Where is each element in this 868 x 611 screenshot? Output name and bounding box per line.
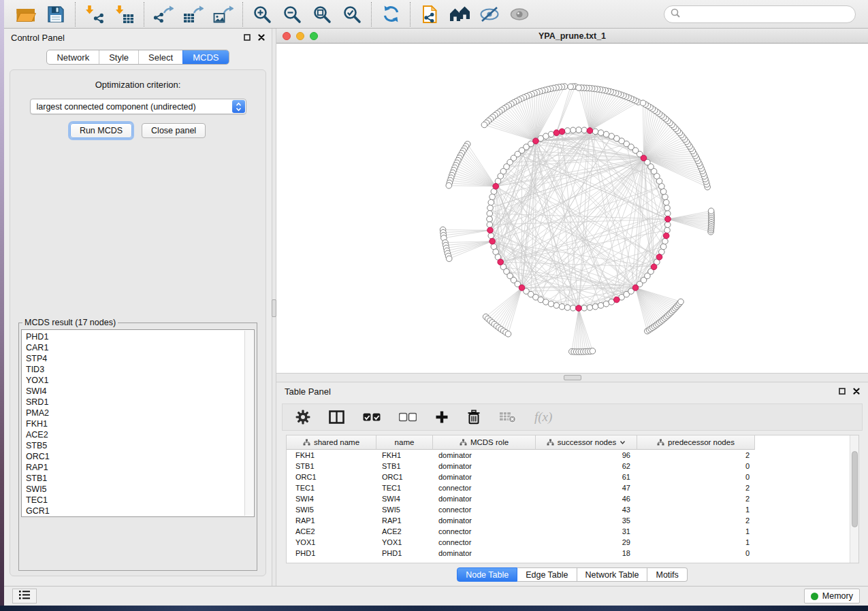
network-canvas[interactable] xyxy=(276,44,868,373)
table-row[interactable]: YOX1YOX1connector291 xyxy=(287,537,858,548)
task-history-button[interactable] xyxy=(12,589,37,604)
mcds-result-list[interactable]: PHD1CAR1STP4TID3YOX1SWI4SRD1PMA2FKH1ACE2… xyxy=(21,329,255,517)
mcds-result-item[interactable]: PMA2 xyxy=(22,408,254,418)
table-scrollbar[interactable] xyxy=(850,435,858,563)
cell-name: FKH1 xyxy=(376,451,433,459)
export-network-icon[interactable] xyxy=(152,3,174,24)
select-all-icon[interactable] xyxy=(363,412,381,422)
cell-mcds-role: connector xyxy=(433,538,536,546)
float-icon[interactable] xyxy=(839,385,846,397)
table-row[interactable]: ORC1ORC1dominator610 xyxy=(287,472,858,482)
mcds-result-item[interactable]: GCR1 xyxy=(22,506,254,516)
application-window: Control Panel NetworkStyleSelectMCDS Opt… xyxy=(4,0,868,606)
column-header-name[interactable]: name xyxy=(376,435,433,450)
close-icon[interactable] xyxy=(258,31,265,44)
tab-network-table[interactable]: Network Table xyxy=(577,567,648,582)
export-table-icon[interactable] xyxy=(182,3,204,24)
vertical-splitter-handle[interactable] xyxy=(272,299,276,317)
cell-mcds-role: connector xyxy=(433,527,536,535)
add-row-icon[interactable] xyxy=(435,410,449,424)
tab-node-table[interactable]: Node Table xyxy=(457,567,517,582)
tab-mcds[interactable]: MCDS xyxy=(182,50,228,64)
tab-network[interactable]: Network xyxy=(47,50,99,64)
column-header-shared-name[interactable]: shared name xyxy=(287,435,376,450)
mcds-result-item[interactable]: STB1 xyxy=(22,473,254,484)
hide-selected-icon[interactable] xyxy=(479,3,500,24)
memory-button[interactable]: Memory xyxy=(804,589,860,604)
table-row[interactable]: ACE2ACE2connector311 xyxy=(287,526,858,537)
cell-mcds-role: dominator xyxy=(433,549,536,557)
cell-shared-name: RAP1 xyxy=(287,516,376,525)
column-header-predecessor-nodes[interactable]: predecessor nodes xyxy=(637,435,755,450)
column-label: successor nodes xyxy=(558,438,616,446)
open-folder-icon[interactable] xyxy=(15,3,37,24)
table-row[interactable]: SWI5SWI5connector431 xyxy=(287,504,858,515)
clone-network-icon[interactable] xyxy=(419,3,440,24)
table-row[interactable]: SWI4SWI4dominator462 xyxy=(287,493,858,504)
mcds-result-item[interactable]: SWI5 xyxy=(22,484,254,495)
mcds-result-item[interactable]: SWI4 xyxy=(22,386,254,397)
deselect-all-icon[interactable] xyxy=(399,412,417,422)
column-header-mcds-role[interactable]: MCDS role xyxy=(433,435,536,450)
tree-icon xyxy=(547,439,554,446)
horizontal-splitter-handle[interactable] xyxy=(564,375,581,380)
zoom-selected-icon[interactable] xyxy=(341,3,363,24)
search-input[interactable] xyxy=(684,10,849,19)
refresh-icon[interactable] xyxy=(380,3,402,24)
mcds-result-item[interactable]: TID3 xyxy=(22,364,254,375)
mcds-result-item[interactable]: PHD1 xyxy=(22,331,254,342)
close-panel-button[interactable]: Close panel xyxy=(142,123,206,138)
show-all-icon[interactable] xyxy=(509,3,530,24)
cell-successor-nodes: 31 xyxy=(536,527,637,535)
horizontal-splitter[interactable] xyxy=(276,373,868,382)
criterion-dropdown[interactable]: largest connected component (undirected) xyxy=(30,99,246,114)
gear-icon[interactable] xyxy=(295,410,310,425)
mcds-result-item[interactable]: FKH1 xyxy=(22,418,254,429)
tab-motifs[interactable]: Motifs xyxy=(647,567,687,582)
mcds-result-item[interactable]: TEC1 xyxy=(22,495,254,506)
cell-successor-nodes: 43 xyxy=(536,506,637,514)
network-window-titlebar: YPA_prune.txt_1 xyxy=(276,29,868,44)
network-view-window: YPA_prune.txt_1 xyxy=(276,29,868,373)
delete-row-icon[interactable] xyxy=(467,410,481,425)
cell-predecessor-nodes: 2 xyxy=(637,516,755,525)
close-icon[interactable] xyxy=(853,385,860,397)
import-table-icon[interactable] xyxy=(114,3,135,24)
control-panel: Control Panel NetworkStyleSelectMCDS Opt… xyxy=(4,29,272,586)
table-row[interactable]: PHD1PHD1dominator180 xyxy=(287,548,858,559)
tab-edge-table[interactable]: Edge Table xyxy=(517,567,577,582)
zoom-in-icon[interactable] xyxy=(251,3,273,24)
list-scrollbar[interactable] xyxy=(244,331,253,516)
cell-shared-name: STB1 xyxy=(287,462,376,470)
mcds-result-item[interactable]: YOX1 xyxy=(22,375,254,386)
column-header-successor-nodes[interactable]: successor nodes xyxy=(536,435,637,450)
zoom-fit-icon[interactable] xyxy=(311,3,333,24)
mcds-result-item[interactable]: SRD1 xyxy=(22,397,254,408)
save-icon[interactable] xyxy=(45,3,67,24)
float-icon[interactable] xyxy=(244,31,251,44)
vertical-splitter[interactable] xyxy=(272,29,276,586)
search-field[interactable] xyxy=(664,5,856,23)
mcds-result-item[interactable]: CAR1 xyxy=(22,342,254,353)
tab-style[interactable]: Style xyxy=(99,50,138,64)
zoom-out-icon[interactable] xyxy=(281,3,303,24)
mcds-result-item[interactable]: ORC1 xyxy=(22,451,254,462)
mcds-result-item[interactable]: STB5 xyxy=(22,440,254,451)
network-graph[interactable] xyxy=(276,44,868,373)
import-network-icon[interactable] xyxy=(84,3,106,24)
column-view-icon[interactable] xyxy=(329,410,344,424)
export-image-icon[interactable] xyxy=(212,3,234,24)
mcds-result-item[interactable]: STP4 xyxy=(22,353,254,364)
table-row[interactable]: RAP1RAP1dominator352 xyxy=(287,515,858,526)
table-row[interactable]: TEC1TEC1connector472 xyxy=(287,482,858,493)
table-scrollbar-thumb[interactable] xyxy=(852,451,858,527)
list-icon xyxy=(18,590,31,602)
first-neighbors-icon[interactable] xyxy=(449,3,470,24)
run-mcds-button[interactable]: Run MCDS xyxy=(70,123,132,138)
cell-predecessor-nodes: 1 xyxy=(637,538,755,546)
table-row[interactable]: FKH1FKH1dominator962 xyxy=(287,450,858,461)
mcds-result-item[interactable]: ACE2 xyxy=(22,429,254,440)
mcds-result-item[interactable]: RAP1 xyxy=(22,462,254,473)
tab-select[interactable]: Select xyxy=(138,50,182,64)
table-row[interactable]: STB1STB1dominator620 xyxy=(287,461,858,472)
